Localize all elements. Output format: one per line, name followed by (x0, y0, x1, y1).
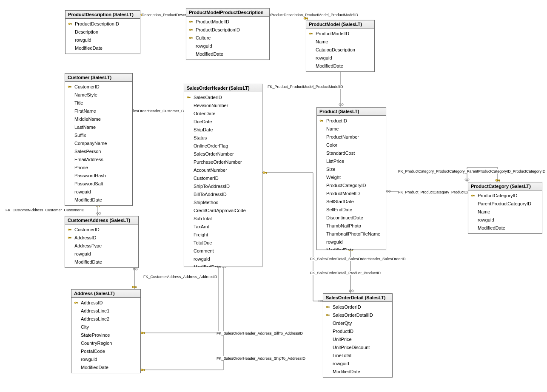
column-row[interactable]: TaxAmt (184, 222, 262, 230)
column-row[interactable]: ModifiedDate (184, 263, 262, 267)
column-row[interactable]: ProductNumber (317, 133, 386, 141)
column-row[interactable]: SalesPerson (65, 147, 132, 155)
column-row[interactable]: Name (317, 125, 386, 133)
table-address[interactable]: Address (SalesLT) AddressIDAddressLine1A… (71, 289, 141, 373)
column-row[interactable]: rowguid (66, 36, 140, 44)
column-row[interactable]: rowguid (71, 355, 140, 363)
column-row[interactable]: ModifiedDate (65, 258, 138, 266)
column-row[interactable]: RevisionNumber (184, 101, 262, 109)
column-row[interactable]: PostalCode (71, 347, 140, 355)
column-row[interactable]: Title (65, 99, 132, 107)
column-row[interactable]: ShipDate (184, 125, 262, 134)
table-product[interactable]: Product (SalesLT) ProductIDNameProductNu… (316, 107, 386, 250)
column-row[interactable]: CustomerID (65, 225, 138, 233)
table-productmodel[interactable]: ProductModel (SalesLT) ProductModelIDNam… (306, 20, 375, 72)
table-salesorderdetail[interactable]: SalesOrderDetail (SalesLT) SalesOrderIDS… (323, 293, 393, 378)
column-row[interactable]: rowguid (306, 54, 374, 62)
column-row[interactable]: Status (184, 134, 262, 142)
table-productdescription[interactable]: ProductDescription (SalesLT) ProductDesc… (65, 10, 140, 54)
table-productmodelproductdescription[interactable]: ProductModelProductDescription ProductMo… (186, 8, 270, 60)
column-row[interactable]: ModifiedDate (468, 224, 542, 232)
column-row[interactable]: ProductModelID (306, 29, 374, 37)
column-row[interactable]: OnlineOrderFlag (184, 142, 262, 150)
column-row[interactable]: AddressLine2 (71, 315, 140, 323)
column-row[interactable]: CompanyName (65, 139, 132, 147)
column-row[interactable]: ShipMethod (184, 198, 262, 206)
column-row[interactable]: AddressID (71, 298, 140, 307)
column-row[interactable]: Culture (186, 34, 269, 42)
column-row[interactable]: rowguid (65, 250, 138, 258)
table-title[interactable]: ProductCategory (SalesLT) (468, 182, 542, 190)
table-productcategory[interactable]: ProductCategory (SalesLT) ProductCategor… (468, 182, 542, 234)
column-row[interactable]: ModifiedDate (65, 196, 132, 204)
column-row[interactable]: SellStartDate (317, 197, 386, 205)
column-row[interactable]: CustomerID (65, 82, 132, 91)
column-row[interactable]: City (71, 323, 140, 331)
column-row[interactable]: SalesOrderID (184, 93, 262, 101)
column-row[interactable]: Size (317, 165, 386, 173)
column-row[interactable]: StandardCost (317, 149, 386, 157)
column-row[interactable]: Name (306, 37, 374, 45)
column-row[interactable]: Freight (184, 230, 262, 239)
column-row[interactable]: ParentProductCategoryID (468, 199, 542, 207)
column-row[interactable]: ModifiedDate (186, 50, 269, 58)
column-row[interactable]: ProductCategoryID (317, 181, 386, 189)
column-row[interactable]: MiddleName (65, 115, 132, 123)
column-row[interactable]: Comment (184, 247, 262, 255)
table-salesorderheader[interactable]: SalesOrderHeader (SalesLT) SalesOrderIDR… (184, 84, 262, 267)
column-row[interactable]: ThumbNailPhoto (317, 222, 386, 230)
table-title[interactable]: SalesOrderHeader (SalesLT) (184, 84, 262, 92)
column-row[interactable]: rowguid (65, 187, 132, 196)
column-row[interactable]: ProductDescriptionID (66, 20, 140, 28)
column-row[interactable]: PurchaseOrderNumber (184, 158, 262, 166)
table-body[interactable]: SalesOrderIDRevisionNumberOrderDateDueDa… (184, 92, 262, 267)
column-row[interactable]: UnitPrice (323, 335, 392, 343)
column-row[interactable]: ShipToAddressID (184, 182, 262, 190)
column-row[interactable]: rowguid (184, 255, 262, 263)
column-row[interactable]: ModifiedDate (317, 246, 386, 250)
column-row[interactable]: Color (317, 141, 386, 149)
column-row[interactable]: Name (468, 207, 542, 216)
column-row[interactable]: ListPrice (317, 157, 386, 165)
column-row[interactable]: CreditCardApprovalCode (184, 206, 262, 214)
column-row[interactable]: AddressLine1 (71, 307, 140, 315)
table-title[interactable]: Customer (SalesLT) (65, 74, 132, 82)
column-row[interactable]: ModifiedDate (71, 363, 140, 371)
column-row[interactable]: SalesOrderDetailID (323, 311, 392, 319)
column-row[interactable]: UnitPriceDiscount (323, 343, 392, 351)
column-row[interactable]: ModifiedDate (306, 62, 374, 70)
column-row[interactable]: ModifiedDate (323, 367, 392, 375)
column-row[interactable]: AddressType (65, 241, 138, 250)
table-title[interactable]: ProductDescription (SalesLT) (66, 11, 140, 19)
column-row[interactable]: CountryRegion (71, 339, 140, 347)
column-row[interactable]: SellEndDate (317, 205, 386, 213)
column-row[interactable]: rowguid (323, 359, 392, 367)
table-title[interactable]: CustomerAddress (SalesLT) (65, 216, 138, 224)
column-row[interactable]: DueDate (184, 117, 262, 125)
table-title[interactable]: Address (SalesLT) (71, 290, 140, 298)
column-row[interactable]: OrderQty (323, 319, 392, 327)
column-row[interactable]: AddressID (65, 233, 138, 241)
column-row[interactable]: SubTotal (184, 214, 262, 222)
column-row[interactable]: DiscontinuedDate (317, 213, 386, 222)
column-row[interactable]: ProductID (317, 116, 386, 125)
column-row[interactable]: Phone (65, 163, 132, 171)
column-row[interactable]: ModifiedDate (66, 44, 140, 52)
table-title[interactable]: ProductModel (SalesLT) (306, 20, 374, 28)
column-row[interactable]: rowguid (186, 42, 269, 50)
column-row[interactable]: CatalogDescription (306, 45, 374, 54)
column-row[interactable]: OrderDate (184, 109, 262, 117)
column-row[interactable]: PasswordSalt (65, 179, 132, 187)
column-row[interactable]: rowguid (317, 238, 386, 246)
table-title[interactable]: ProductModelProductDescription (186, 9, 269, 17)
table-title[interactable]: Product (SalesLT) (317, 108, 386, 116)
table-customer[interactable]: Customer (SalesLT) CustomerIDNameStyleTi… (65, 73, 133, 206)
column-row[interactable]: ProductModelID (317, 189, 386, 197)
table-title[interactable]: SalesOrderDetail (SalesLT) (323, 294, 392, 302)
column-row[interactable]: SalesOrderNumber (184, 150, 262, 158)
column-row[interactable]: CustomerID (184, 174, 262, 182)
column-row[interactable]: ProductDescriptionID (186, 26, 269, 34)
column-row[interactable]: BillToAddressID (184, 190, 262, 198)
column-row[interactable]: PasswordHash (65, 171, 132, 179)
column-row[interactable]: Weight (317, 173, 386, 181)
